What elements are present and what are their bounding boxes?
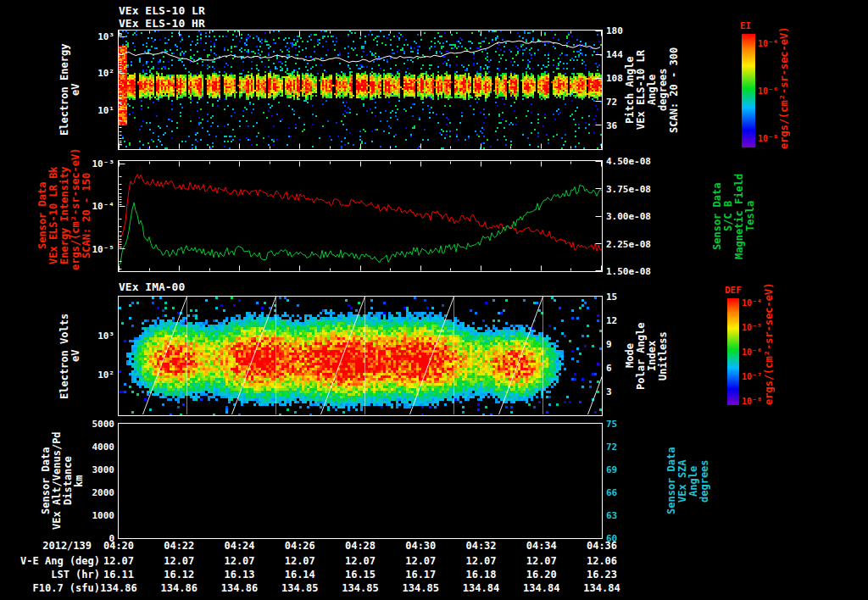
els-intensity-magnetic-field-right-tick: 3.75e-08 xyxy=(606,183,651,194)
table-value: 134.84 xyxy=(523,582,559,594)
altitude-y-axis-label: Sensor DataVEx Alt/Venus/PdDistancekm xyxy=(41,424,85,538)
table-value: 16.12 xyxy=(164,569,194,581)
bfield-right-axis-label-line: Tesla xyxy=(745,161,756,271)
table-value: 134.86 xyxy=(221,582,258,594)
def-colorbar-tick: 10⁻⁷ xyxy=(742,371,762,381)
els-y-axis-label-line: eV xyxy=(70,31,81,149)
table-value: 12.07 xyxy=(103,555,134,567)
table-value: 16.23 xyxy=(587,569,617,581)
bfield-right-axis-label: Sensor DataS/C BMagnetic FieldTesla xyxy=(712,161,756,271)
ei-colorbar-title: EI xyxy=(740,20,751,31)
ima-title: VEx IMA-00 xyxy=(119,281,185,293)
time-tick-label: 04:36 xyxy=(587,540,617,552)
def-colorbar xyxy=(727,298,739,405)
time-tick-label: 04:32 xyxy=(465,540,496,552)
intensity-y-axis-label-line: SCAN: 20 - 150 xyxy=(81,160,92,270)
els-y-axis-label: Electron EnergyeV xyxy=(59,31,81,149)
ima-right-axis-label-line: Unitless xyxy=(658,297,669,415)
els-energy-spectrogram-left-tick: 10³ xyxy=(97,31,114,42)
altitude-sza-plot xyxy=(118,423,603,539)
altitude-y-axis-label-line: km xyxy=(74,424,85,538)
sza-right-axis-label-line: degrees xyxy=(699,424,710,538)
table-value: 134.84 xyxy=(583,582,620,594)
ei-colorbar xyxy=(742,34,755,147)
table-value: 134.86 xyxy=(161,582,198,594)
altitude-sza-left-tick: 4000 xyxy=(92,442,115,453)
ima-y-axis-label-line: eV xyxy=(70,297,81,415)
table-value: 12.07 xyxy=(405,555,436,567)
table-value: 16.17 xyxy=(405,569,436,581)
table-row-label: V-E Ang (deg) xyxy=(20,555,100,567)
els-intensity-magnetic-field-right-tick: 1.50e-08 xyxy=(606,266,651,277)
ima-spectrogram-right-tick: 12 xyxy=(606,315,617,326)
table-value: 12.06 xyxy=(587,555,617,567)
altitude-sza-right-tick: 66 xyxy=(606,487,617,498)
time-tick-label: 04:26 xyxy=(285,540,315,552)
els-energy-spectrogram-right-tick: 180 xyxy=(606,25,623,36)
ima-spectrogram-right-tick: 3 xyxy=(606,386,612,397)
table-value: 16.20 xyxy=(526,569,557,581)
altitude-sza-left-tick: 1000 xyxy=(92,510,115,521)
els-spectrogram-canvas xyxy=(119,31,602,149)
table-value: 16.13 xyxy=(224,569,254,581)
def-colorbar-units: ergs/(cm²-sr-sec-eV) xyxy=(764,298,775,405)
els-right-axis-label: Pitch AngleVEx ELS-10 LRAngledegreesSCAN… xyxy=(625,31,680,149)
table-value: 134.85 xyxy=(342,582,378,594)
els-intensity-magnetic-field-right-tick: 2.25e-08 xyxy=(606,238,651,249)
els-energy-spectrogram-right-tick: 144 xyxy=(606,49,623,60)
els-energy-spectrogram-left-tick: 10¹ xyxy=(97,104,114,115)
ima-spectrogram-canvas xyxy=(119,297,602,415)
time-tick-label: 04:28 xyxy=(345,540,376,552)
table-value: 16.14 xyxy=(285,569,315,581)
altitude-sza-left-tick: 2000 xyxy=(92,487,115,498)
altitude-sza-left-tick: 3000 xyxy=(92,464,115,475)
table-value: 16.11 xyxy=(103,569,134,581)
def-colorbar-tick: 10⁻⁶ xyxy=(742,347,762,357)
altitude-sza-right-tick: 63 xyxy=(606,510,617,521)
altitude-sza-canvas xyxy=(119,424,602,538)
altitude-sza-left-tick: 5000 xyxy=(92,419,115,430)
els-right-axis-label-line: SCAN: 20 - 300 xyxy=(669,31,680,149)
intensity-y-axis-label: Sensor DataVEx ELS-10 LR BkEnergy Intens… xyxy=(37,160,92,270)
def-colorbar-title: DEF xyxy=(725,285,742,296)
time-tick-label: 04:30 xyxy=(405,540,436,552)
els-intensity-magnetic-field-left-tick: 10⁻⁴ xyxy=(92,201,115,212)
ei-colorbar-tick: 10⁻⁶ xyxy=(758,86,778,96)
els-intensity-magnetic-field-right-tick: 3.00e-08 xyxy=(606,211,651,222)
table-value: 12.07 xyxy=(345,555,376,567)
table-value: 12.07 xyxy=(285,555,315,567)
time-tick-label: 04:34 xyxy=(526,540,557,552)
els-hr-title: VEx ELS-10 HR xyxy=(119,17,205,30)
ima-right-axis-label: ModePolar AngleIndexUnitless xyxy=(625,297,669,415)
table-row-label: LST (hr) xyxy=(51,569,100,581)
table-value: 16.18 xyxy=(465,569,496,581)
intensity-bfield-plot xyxy=(118,160,603,272)
def-colorbar-tick: 10⁻⁵ xyxy=(742,323,762,332)
time-tick-label: 04:20 xyxy=(103,540,134,552)
els-intensity-magnetic-field-right-tick: 4.50e-08 xyxy=(606,156,651,167)
table-value: 134.85 xyxy=(403,582,439,594)
tplot-display: VEx ELS-10 LR VEx ELS-10 HR VEx IMA-00 E… xyxy=(0,0,868,600)
ei-colorbar-units: ergs/(cm²-sr-sec-eV) xyxy=(779,34,790,149)
table-value: 12.07 xyxy=(526,555,557,567)
sza-right-axis-label: Sensor DataVEx SZAAngledegrees xyxy=(666,424,710,538)
els-spectrogram-plot xyxy=(118,30,603,150)
els-intensity-magnetic-field-left-tick: 10⁻⁵ xyxy=(92,244,115,255)
intensity-bfield-canvas xyxy=(119,161,602,271)
ima-spectrogram-right-tick: 9 xyxy=(606,339,612,350)
els-lr-title: VEx ELS-10 LR xyxy=(119,4,205,17)
ima-spectrogram-right-tick: 6 xyxy=(606,363,612,374)
ima-y-axis-label: Electron VoltseV xyxy=(59,297,81,415)
altitude-sza-right-tick: 72 xyxy=(606,442,617,453)
els-intensity-magnetic-field-left-tick: 10⁻³ xyxy=(92,158,115,169)
table-value: 16.15 xyxy=(345,569,376,581)
table-value: 12.07 xyxy=(465,555,496,567)
ima-spectrogram-plot xyxy=(118,296,603,416)
def-colorbar-tick: 10⁻⁴ xyxy=(742,298,762,308)
ima-spectrogram-right-tick: 15 xyxy=(606,292,617,303)
els-energy-spectrogram-right-tick: 36 xyxy=(606,120,617,131)
els-energy-spectrogram-left-tick: 10² xyxy=(97,68,114,79)
table-value: 12.07 xyxy=(164,555,194,567)
altitude-sza-right-tick: 75 xyxy=(606,419,617,430)
table-value: 134.85 xyxy=(281,582,318,594)
